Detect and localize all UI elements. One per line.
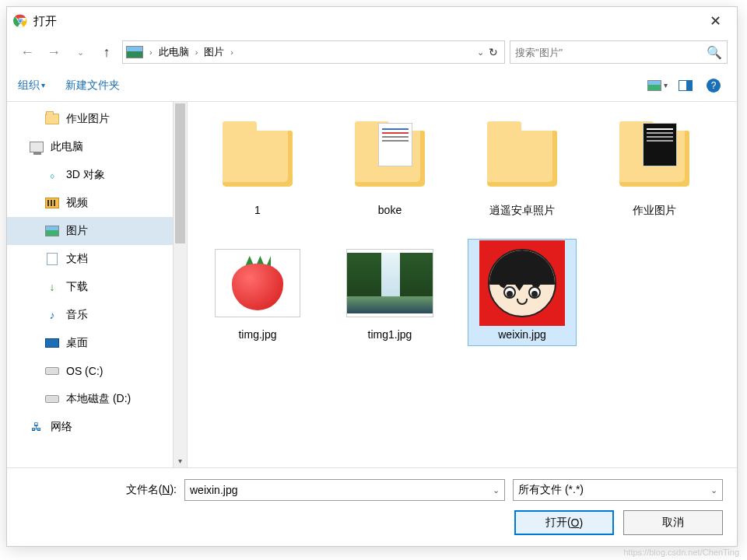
help-button[interactable]: ? xyxy=(701,75,726,96)
dialog-title: 打开 xyxy=(33,14,57,29)
chevron-right-icon: › xyxy=(195,47,198,57)
breadcrumb[interactable]: › 此电脑 › 图片 › ⌄ ↻ xyxy=(122,40,505,64)
open-button[interactable]: 打开(O) xyxy=(514,510,614,535)
image-item[interactable]: timg.jpg xyxy=(203,239,312,346)
organize-label: 组织 xyxy=(18,79,40,93)
nav-back-icon[interactable]: ← xyxy=(16,41,38,63)
network-icon: 🖧 xyxy=(29,421,44,433)
preview-pane-icon xyxy=(679,80,693,91)
location-pic-icon xyxy=(126,46,143,58)
scroll-down-icon[interactable]: ▾ xyxy=(174,453,187,467)
breadcrumb-dropdown-icon[interactable]: ⌄ xyxy=(477,47,484,58)
sidebar-item-desktop[interactable]: 桌面 xyxy=(7,329,174,357)
image-thumbnail xyxy=(346,249,433,317)
filename-value: weixin.jpg xyxy=(190,484,237,496)
sidebar-item-label: 图片 xyxy=(66,224,88,238)
toolbar: 组织 ▾ 新建文件夹 ▾ ? xyxy=(7,69,737,102)
nav-up-icon[interactable]: ↑ xyxy=(96,41,117,63)
item-label: timg1.jpg xyxy=(368,328,412,341)
pc-icon xyxy=(30,142,44,152)
sidebar-item-3d[interactable]: ⬨ 3D 对象 xyxy=(7,161,174,189)
sidebar-item-osc[interactable]: OS (C:) xyxy=(7,357,174,385)
image-item-selected[interactable]: weixin.jpg xyxy=(468,239,577,346)
sidebar-item-label: 3D 对象 xyxy=(66,168,105,182)
folder-item[interactable]: 作业图片 xyxy=(600,114,709,223)
item-label: timg.jpg xyxy=(238,328,276,341)
cancel-button[interactable]: 取消 xyxy=(623,510,723,535)
help-icon: ? xyxy=(707,79,721,93)
svg-point-3 xyxy=(19,19,22,23)
disk-icon xyxy=(45,367,59,375)
close-button[interactable]: ✕ xyxy=(700,9,731,33)
chevron-down-icon: ▾ xyxy=(664,81,668,89)
sidebar-item-label: 桌面 xyxy=(66,336,88,350)
sidebar-item-diskd[interactable]: 本地磁盘 (D:) xyxy=(7,385,174,413)
open-dialog: 打开 ✕ ← → ⌄ ↑ › 此电脑 › 图片 › ⌄ ↻ 🔍 组织 ▾ xyxy=(6,6,738,547)
sidebar-item-label: 本地磁盘 (D:) xyxy=(66,392,131,406)
organize-menu[interactable]: 组织 ▾ xyxy=(18,79,45,93)
sidebar-item-downloads[interactable]: ↓ 下载 xyxy=(7,273,174,301)
refresh-icon[interactable]: ↻ xyxy=(489,46,498,58)
breadcrumb-pictures[interactable]: 图片 xyxy=(201,44,227,61)
folder-icon xyxy=(223,131,293,187)
sidebar-item-label: 文档 xyxy=(66,252,88,266)
music-icon: ♪ xyxy=(44,309,60,321)
thumbnail-icon xyxy=(647,80,661,91)
folder-item[interactable]: 1 xyxy=(203,114,312,223)
search-input[interactable] xyxy=(515,47,707,58)
sidebar-item-homework[interactable]: 作业图片 xyxy=(7,105,174,133)
sidebar-item-label: 此电脑 xyxy=(51,140,83,154)
chevron-down-icon[interactable]: ⌄ xyxy=(493,485,500,495)
folder-icon xyxy=(45,114,59,124)
sidebar-item-label: 网络 xyxy=(51,420,72,434)
filename-input[interactable]: weixin.jpg ⌄ xyxy=(184,479,505,501)
folder-icon xyxy=(619,131,689,187)
cube-icon: ⬨ xyxy=(44,169,60,181)
nav-row: ← → ⌄ ↑ › 此电脑 › 图片 › ⌄ ↻ 🔍 xyxy=(7,35,737,69)
sidebar-item-label: 视频 xyxy=(66,196,88,210)
image-thumbnail xyxy=(215,249,300,317)
item-label: weixin.jpg xyxy=(498,328,545,341)
search-box[interactable]: 🔍 xyxy=(510,40,728,64)
sidebar-item-network[interactable]: 🖧 网络 xyxy=(7,413,174,441)
sidebar-item-thispc[interactable]: 此电脑 xyxy=(7,133,174,161)
folder-icon xyxy=(355,131,425,187)
item-label: 1 xyxy=(254,204,261,216)
download-icon: ↓ xyxy=(44,281,60,293)
titlebar: 打开 ✕ xyxy=(7,7,737,35)
filename-label: 文件名(N): xyxy=(21,483,177,497)
sidebar-item-label: 下载 xyxy=(66,280,88,294)
search-icon[interactable]: 🔍 xyxy=(707,45,722,60)
sidebar-item-docs[interactable]: 文档 xyxy=(7,245,174,273)
disk-icon xyxy=(45,395,59,403)
chevron-down-icon: ▾ xyxy=(41,81,45,89)
file-grid: 1 boke 逍遥安卓照片 作业图片 timg.jpg xyxy=(188,102,737,467)
image-item[interactable]: timg1.jpg xyxy=(335,239,444,346)
sidebar-item-label: OS (C:) xyxy=(66,365,103,377)
watermark: https://blog.csdn.net/ChenTing xyxy=(623,548,739,557)
image-thumbnail xyxy=(479,240,565,326)
item-label: boke xyxy=(378,204,402,216)
chevron-down-icon[interactable]: ⌄ xyxy=(710,485,717,495)
folder-item[interactable]: boke xyxy=(335,114,444,223)
sidebar-item-label: 作业图片 xyxy=(66,112,110,126)
item-label: 作业图片 xyxy=(633,204,676,218)
filetype-select[interactable]: 所有文件 (*.*) ⌄ xyxy=(513,479,723,501)
chevron-right-icon: › xyxy=(149,47,153,57)
document-icon xyxy=(44,253,60,265)
desktop-icon xyxy=(44,337,60,349)
sidebar-item-label: 音乐 xyxy=(66,308,88,322)
breadcrumb-thispc[interactable]: 此电脑 xyxy=(156,44,192,61)
nav-recent-icon[interactable]: ⌄ xyxy=(69,41,91,63)
folder-item[interactable]: 逍遥安卓照片 xyxy=(468,114,577,223)
scroll-thumb[interactable] xyxy=(175,103,185,243)
nav-forward-icon[interactable]: → xyxy=(43,41,65,63)
sidebar-item-pictures[interactable]: 图片 xyxy=(7,217,174,245)
sidebar-item-video[interactable]: 视频 xyxy=(7,189,174,217)
picture-icon xyxy=(45,226,59,236)
new-folder-button[interactable]: 新建文件夹 xyxy=(65,79,120,93)
sidebar-item-music[interactable]: ♪ 音乐 xyxy=(7,301,174,329)
preview-pane-button[interactable] xyxy=(673,75,698,96)
view-mode-button[interactable]: ▾ xyxy=(645,75,670,96)
sidebar-scrollbar[interactable]: ▴ ▾ xyxy=(173,102,187,467)
